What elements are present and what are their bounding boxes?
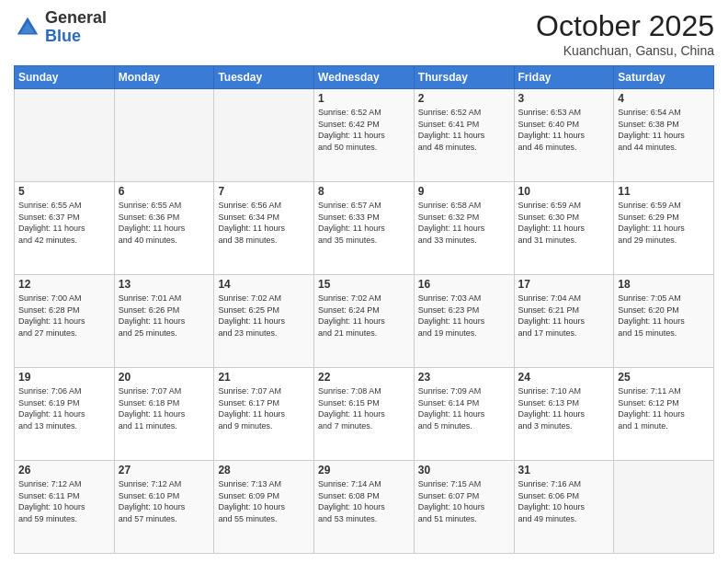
day-number: 20 (119, 371, 210, 384)
day-info: Sunrise: 7:03 AM Sunset: 6:23 PM Dayligh… (418, 293, 510, 339)
logo-text: General Blue (45, 9, 107, 46)
day-info: Sunrise: 7:07 AM Sunset: 6:18 PM Dayligh… (119, 385, 210, 431)
title-block: October 2025 Kuanchuan, Gansu, China (536, 9, 714, 58)
calendar-week-row: 1Sunrise: 6:52 AM Sunset: 6:42 PM Daylig… (15, 89, 714, 182)
table-row: 31Sunrise: 7:16 AM Sunset: 6:06 PM Dayli… (514, 461, 614, 554)
day-info: Sunrise: 7:02 AM Sunset: 6:24 PM Dayligh… (318, 293, 410, 339)
table-row: 2Sunrise: 6:52 AM Sunset: 6:41 PM Daylig… (414, 89, 514, 182)
day-info: Sunrise: 7:05 AM Sunset: 6:20 PM Dayligh… (618, 293, 710, 339)
table-row: 29Sunrise: 7:14 AM Sunset: 6:08 PM Dayli… (314, 461, 415, 554)
day-number: 18 (618, 278, 710, 291)
table-row: 5Sunrise: 6:55 AM Sunset: 6:37 PM Daylig… (15, 182, 115, 275)
day-number: 13 (119, 278, 210, 291)
day-number: 28 (218, 464, 310, 477)
table-row (214, 89, 314, 182)
day-number: 1 (318, 92, 410, 105)
header: General Blue October 2025 Kuanchuan, Gan… (14, 9, 714, 58)
day-number: 3 (518, 92, 610, 105)
day-info: Sunrise: 6:59 AM Sunset: 6:30 PM Dayligh… (518, 200, 610, 246)
table-row: 28Sunrise: 7:13 AM Sunset: 6:09 PM Dayli… (214, 461, 314, 554)
calendar-header-row: Sunday Monday Tuesday Wednesday Thursday… (15, 66, 714, 89)
day-info: Sunrise: 6:59 AM Sunset: 6:29 PM Dayligh… (618, 200, 710, 246)
col-wednesday: Wednesday (314, 66, 415, 89)
day-info: Sunrise: 6:55 AM Sunset: 6:37 PM Dayligh… (18, 200, 110, 246)
table-row: 21Sunrise: 7:07 AM Sunset: 6:17 PM Dayli… (214, 368, 314, 461)
day-info: Sunrise: 7:09 AM Sunset: 6:14 PM Dayligh… (418, 385, 510, 431)
day-number: 15 (318, 278, 410, 291)
day-number: 21 (218, 371, 310, 384)
day-info: Sunrise: 7:16 AM Sunset: 6:06 PM Dayligh… (518, 478, 610, 524)
table-row: 30Sunrise: 7:15 AM Sunset: 6:07 PM Dayli… (414, 461, 514, 554)
logo-blue: Blue (45, 27, 81, 45)
day-number: 22 (318, 371, 410, 384)
day-number: 11 (618, 185, 710, 198)
day-info: Sunrise: 7:04 AM Sunset: 6:21 PM Dayligh… (518, 293, 610, 339)
day-info: Sunrise: 6:54 AM Sunset: 6:38 PM Dayligh… (618, 107, 710, 153)
day-info: Sunrise: 6:55 AM Sunset: 6:36 PM Dayligh… (119, 200, 210, 246)
logo-icon (14, 14, 41, 41)
day-number: 27 (119, 464, 210, 477)
calendar-week-row: 26Sunrise: 7:12 AM Sunset: 6:11 PM Dayli… (15, 461, 714, 554)
day-number: 9 (418, 185, 510, 198)
day-info: Sunrise: 7:01 AM Sunset: 6:26 PM Dayligh… (119, 293, 210, 339)
day-info: Sunrise: 6:57 AM Sunset: 6:33 PM Dayligh… (318, 200, 410, 246)
logo: General Blue (14, 9, 107, 46)
day-info: Sunrise: 7:07 AM Sunset: 6:17 PM Dayligh… (218, 385, 310, 431)
day-info: Sunrise: 7:11 AM Sunset: 6:12 PM Dayligh… (618, 385, 710, 431)
day-number: 30 (418, 464, 510, 477)
table-row: 17Sunrise: 7:04 AM Sunset: 6:21 PM Dayli… (514, 275, 614, 368)
table-row: 9Sunrise: 6:58 AM Sunset: 6:32 PM Daylig… (414, 182, 514, 275)
day-number: 14 (218, 278, 310, 291)
day-number: 5 (18, 185, 110, 198)
table-row: 16Sunrise: 7:03 AM Sunset: 6:23 PM Dayli… (414, 275, 514, 368)
table-row: 19Sunrise: 7:06 AM Sunset: 6:19 PM Dayli… (15, 368, 115, 461)
table-row: 14Sunrise: 7:02 AM Sunset: 6:25 PM Dayli… (214, 275, 314, 368)
table-row: 8Sunrise: 6:57 AM Sunset: 6:33 PM Daylig… (314, 182, 415, 275)
table-row: 7Sunrise: 6:56 AM Sunset: 6:34 PM Daylig… (214, 182, 314, 275)
table-row: 12Sunrise: 7:00 AM Sunset: 6:28 PM Dayli… (15, 275, 115, 368)
col-thursday: Thursday (414, 66, 514, 89)
day-number: 4 (618, 92, 710, 105)
col-saturday: Saturday (614, 66, 714, 89)
day-number: 16 (418, 278, 510, 291)
col-friday: Friday (514, 66, 614, 89)
table-row: 20Sunrise: 7:07 AM Sunset: 6:18 PM Dayli… (114, 368, 214, 461)
table-row: 25Sunrise: 7:11 AM Sunset: 6:12 PM Dayli… (614, 368, 714, 461)
table-row: 1Sunrise: 6:52 AM Sunset: 6:42 PM Daylig… (314, 89, 415, 182)
day-info: Sunrise: 7:08 AM Sunset: 6:15 PM Dayligh… (318, 385, 410, 431)
day-number: 19 (18, 371, 110, 384)
calendar-week-row: 5Sunrise: 6:55 AM Sunset: 6:37 PM Daylig… (15, 182, 714, 275)
day-info: Sunrise: 7:02 AM Sunset: 6:25 PM Dayligh… (218, 293, 310, 339)
table-row: 4Sunrise: 6:54 AM Sunset: 6:38 PM Daylig… (614, 89, 714, 182)
day-info: Sunrise: 7:12 AM Sunset: 6:10 PM Dayligh… (119, 478, 210, 524)
table-row (15, 89, 115, 182)
day-number: 23 (418, 371, 510, 384)
day-info: Sunrise: 6:53 AM Sunset: 6:40 PM Dayligh… (518, 107, 610, 153)
location-subtitle: Kuanchuan, Gansu, China (536, 43, 714, 58)
day-number: 2 (418, 92, 510, 105)
day-number: 31 (518, 464, 610, 477)
page: General Blue October 2025 Kuanchuan, Gan… (0, 0, 728, 563)
table-row: 27Sunrise: 7:12 AM Sunset: 6:10 PM Dayli… (114, 461, 214, 554)
day-info: Sunrise: 6:56 AM Sunset: 6:34 PM Dayligh… (218, 200, 310, 246)
col-monday: Monday (114, 66, 214, 89)
day-info: Sunrise: 7:15 AM Sunset: 6:07 PM Dayligh… (418, 478, 510, 524)
day-info: Sunrise: 7:14 AM Sunset: 6:08 PM Dayligh… (318, 478, 410, 524)
day-info: Sunrise: 6:58 AM Sunset: 6:32 PM Dayligh… (418, 200, 510, 246)
table-row: 3Sunrise: 6:53 AM Sunset: 6:40 PM Daylig… (514, 89, 614, 182)
day-number: 10 (518, 185, 610, 198)
table-row: 24Sunrise: 7:10 AM Sunset: 6:13 PM Dayli… (514, 368, 614, 461)
logo-general: General (45, 8, 107, 27)
day-info: Sunrise: 7:12 AM Sunset: 6:11 PM Dayligh… (18, 478, 110, 524)
day-number: 8 (318, 185, 410, 198)
calendar-week-row: 19Sunrise: 7:06 AM Sunset: 6:19 PM Dayli… (15, 368, 714, 461)
day-number: 24 (518, 371, 610, 384)
day-number: 12 (18, 278, 110, 291)
month-title: October 2025 (536, 9, 714, 43)
col-sunday: Sunday (15, 66, 115, 89)
table-row: 6Sunrise: 6:55 AM Sunset: 6:36 PM Daylig… (114, 182, 214, 275)
day-info: Sunrise: 7:06 AM Sunset: 6:19 PM Dayligh… (18, 385, 110, 431)
calendar-week-row: 12Sunrise: 7:00 AM Sunset: 6:28 PM Dayli… (15, 275, 714, 368)
day-number: 29 (318, 464, 410, 477)
day-number: 26 (18, 464, 110, 477)
